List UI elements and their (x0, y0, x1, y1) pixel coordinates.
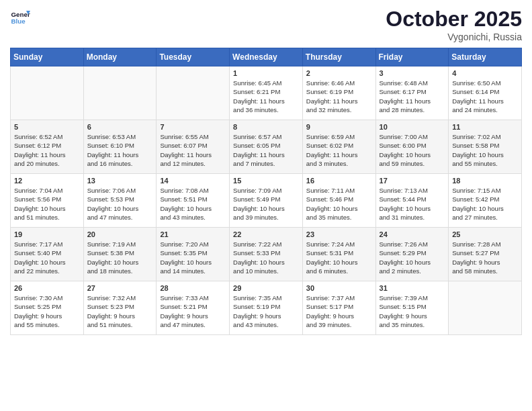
day-number: 30 (306, 284, 372, 292)
cell-week4-day4: 23Sunrise: 7:24 AMSunset: 5:31 PMDayligh… (302, 228, 375, 281)
day-info: Sunrise: 7:19 AMSunset: 5:38 PMDaylight:… (87, 240, 153, 275)
day-info: Sunrise: 7:08 AMSunset: 5:51 PMDaylight:… (160, 186, 226, 222)
cell-week1-day2 (157, 66, 230, 120)
header-friday: Friday (375, 48, 449, 66)
day-info: Sunrise: 6:52 AMSunset: 6:12 PMDaylight:… (14, 132, 80, 168)
cell-week2-day0: 5Sunrise: 6:52 AMSunset: 6:12 PMDaylight… (11, 120, 84, 174)
day-info: Sunrise: 7:11 AMSunset: 5:46 PMDaylight:… (306, 186, 372, 222)
day-info: Sunrise: 7:00 AMSunset: 6:00 PMDaylight:… (380, 132, 445, 168)
day-info: Sunrise: 6:45 AMSunset: 6:21 PMDaylight:… (233, 79, 299, 114)
cell-week3-day5: 17Sunrise: 7:13 AMSunset: 5:44 PMDayligh… (375, 174, 449, 228)
cell-week2-day6: 11Sunrise: 7:02 AMSunset: 5:58 PMDayligh… (449, 120, 522, 174)
day-info: Sunrise: 7:24 AMSunset: 5:31 PMDaylight:… (306, 240, 372, 275)
cell-week5-day4: 30Sunrise: 7:37 AMSunset: 5:17 PMDayligh… (302, 281, 375, 335)
day-info: Sunrise: 7:37 AMSunset: 5:17 PMDaylight:… (306, 293, 372, 329)
day-info: Sunrise: 7:39 AMSunset: 5:15 PMDaylight:… (380, 293, 445, 329)
header-monday: Monday (83, 48, 157, 66)
day-number: 10 (380, 123, 445, 131)
day-number: 29 (233, 284, 299, 292)
cell-week5-day0: 26Sunrise: 7:30 AMSunset: 5:25 PMDayligh… (11, 281, 84, 335)
day-info: Sunrise: 7:20 AMSunset: 5:35 PMDaylight:… (160, 240, 226, 275)
header-sunday: Sunday (11, 48, 84, 66)
day-info: Sunrise: 7:17 AMSunset: 5:40 PMDaylight:… (14, 240, 80, 275)
cell-week2-day3: 8Sunrise: 6:57 AMSunset: 6:05 PMDaylight… (230, 120, 303, 174)
day-number: 25 (452, 230, 518, 238)
week-row-2: 5Sunrise: 6:52 AMSunset: 6:12 PMDaylight… (11, 120, 522, 174)
week-row-4: 19Sunrise: 7:17 AMSunset: 5:40 PMDayligh… (11, 228, 522, 281)
week-row-5: 26Sunrise: 7:30 AMSunset: 5:25 PMDayligh… (11, 281, 522, 335)
day-info: Sunrise: 7:02 AMSunset: 5:58 PMDaylight:… (452, 132, 518, 168)
logo-icon: General Blue (10, 7, 30, 27)
day-info: Sunrise: 7:35 AMSunset: 5:19 PMDaylight:… (233, 293, 299, 329)
day-info: Sunrise: 7:32 AMSunset: 5:23 PMDaylight:… (87, 293, 153, 329)
header-saturday: Saturday (449, 48, 522, 66)
cell-week1-day6: 4Sunrise: 6:50 AMSunset: 6:14 PMDaylight… (449, 66, 522, 120)
day-info: Sunrise: 7:26 AMSunset: 5:29 PMDaylight:… (380, 240, 445, 275)
day-number: 20 (87, 230, 153, 238)
day-info: Sunrise: 7:22 AMSunset: 5:33 PMDaylight:… (233, 240, 299, 275)
day-info: Sunrise: 7:15 AMSunset: 5:42 PMDaylight:… (452, 186, 518, 222)
day-number: 6 (87, 123, 153, 131)
page-container: General Blue October 2025 Vygonichi, Rus… (0, 0, 532, 342)
cell-week2-day1: 6Sunrise: 6:53 AMSunset: 6:10 PMDaylight… (83, 120, 157, 174)
day-number: 21 (160, 230, 226, 238)
cell-week1-day0 (11, 66, 84, 120)
day-number: 22 (233, 230, 299, 238)
week-row-3: 12Sunrise: 7:04 AMSunset: 5:56 PMDayligh… (11, 174, 522, 228)
cell-week3-day2: 14Sunrise: 7:08 AMSunset: 5:51 PMDayligh… (157, 174, 230, 228)
month-title: October 2025 (386, 7, 522, 32)
day-info: Sunrise: 6:53 AMSunset: 6:10 PMDaylight:… (87, 132, 153, 168)
header-row: Sunday Monday Tuesday Wednesday Thursday… (11, 48, 522, 66)
cell-week3-day4: 16Sunrise: 7:11 AMSunset: 5:46 PMDayligh… (302, 174, 375, 228)
day-info: Sunrise: 7:28 AMSunset: 5:27 PMDaylight:… (452, 240, 518, 275)
cell-week5-day5: 31Sunrise: 7:39 AMSunset: 5:15 PMDayligh… (375, 281, 449, 335)
day-number: 4 (452, 69, 518, 77)
title-block: October 2025 Vygonichi, Russia (386, 7, 522, 42)
day-number: 26 (14, 284, 80, 292)
day-number: 1 (233, 69, 299, 77)
day-number: 3 (380, 69, 445, 77)
svg-text:Blue: Blue (11, 17, 26, 25)
cell-week2-day2: 7Sunrise: 6:55 AMSunset: 6:07 PMDaylight… (157, 120, 230, 174)
cell-week3-day3: 15Sunrise: 7:09 AMSunset: 5:49 PMDayligh… (230, 174, 303, 228)
day-info: Sunrise: 6:46 AMSunset: 6:19 PMDaylight:… (306, 79, 372, 114)
day-info: Sunrise: 7:33 AMSunset: 5:21 PMDaylight:… (160, 293, 226, 329)
header-thursday: Thursday (302, 48, 375, 66)
header-tuesday: Tuesday (157, 48, 230, 66)
day-number: 14 (160, 177, 226, 185)
day-number: 11 (452, 123, 518, 131)
cell-week1-day5: 3Sunrise: 6:48 AMSunset: 6:17 PMDaylight… (375, 66, 449, 120)
day-number: 16 (306, 177, 372, 185)
cell-week4-day3: 22Sunrise: 7:22 AMSunset: 5:33 PMDayligh… (230, 228, 303, 281)
day-number: 9 (306, 123, 372, 131)
day-number: 13 (87, 177, 153, 185)
day-info: Sunrise: 6:48 AMSunset: 6:17 PMDaylight:… (380, 79, 445, 114)
cell-week3-day6: 18Sunrise: 7:15 AMSunset: 5:42 PMDayligh… (449, 174, 522, 228)
day-number: 28 (160, 284, 226, 292)
day-number: 19 (14, 230, 80, 238)
cell-week5-day2: 28Sunrise: 7:33 AMSunset: 5:21 PMDayligh… (157, 281, 230, 335)
day-info: Sunrise: 7:30 AMSunset: 5:25 PMDaylight:… (14, 293, 80, 329)
day-info: Sunrise: 7:13 AMSunset: 5:44 PMDaylight:… (380, 186, 445, 222)
day-number: 17 (380, 177, 445, 185)
day-info: Sunrise: 6:55 AMSunset: 6:07 PMDaylight:… (160, 132, 226, 168)
cell-week2-day4: 9Sunrise: 6:59 AMSunset: 6:02 PMDaylight… (302, 120, 375, 174)
day-number: 24 (380, 230, 445, 238)
day-number: 31 (380, 284, 445, 292)
cell-week5-day3: 29Sunrise: 7:35 AMSunset: 5:19 PMDayligh… (230, 281, 303, 335)
day-number: 15 (233, 177, 299, 185)
day-number: 2 (306, 69, 372, 77)
day-number: 5 (14, 123, 80, 131)
week-row-1: 1Sunrise: 6:45 AMSunset: 6:21 PMDaylight… (11, 66, 522, 120)
day-info: Sunrise: 7:09 AMSunset: 5:49 PMDaylight:… (233, 186, 299, 222)
logo: General Blue (10, 7, 30, 27)
cell-week4-day6: 25Sunrise: 7:28 AMSunset: 5:27 PMDayligh… (449, 228, 522, 281)
cell-week1-day1 (83, 66, 157, 120)
day-number: 23 (306, 230, 372, 238)
cell-week2-day5: 10Sunrise: 7:00 AMSunset: 6:00 PMDayligh… (375, 120, 449, 174)
location: Vygonichi, Russia (386, 32, 522, 42)
day-info: Sunrise: 6:59 AMSunset: 6:02 PMDaylight:… (306, 132, 372, 168)
day-number: 7 (160, 123, 226, 131)
day-number: 8 (233, 123, 299, 131)
day-number: 27 (87, 284, 153, 292)
